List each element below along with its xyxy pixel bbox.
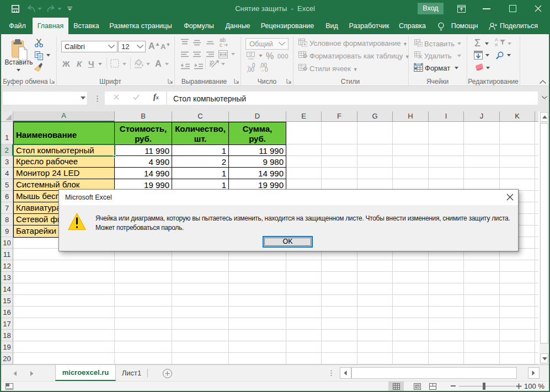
svg-text:c: c: [220, 42, 222, 47]
